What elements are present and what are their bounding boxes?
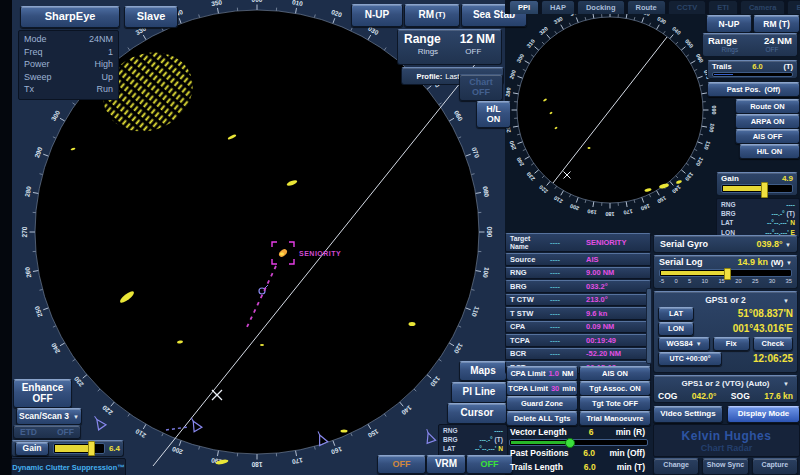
tab-camera[interactable]: Camera bbox=[740, 0, 786, 14]
display-mode-button[interactable]: Display Mode bbox=[727, 406, 800, 423]
enhance-button[interactable]: EnhanceOFF bbox=[13, 379, 72, 408]
ais-on-button[interactable]: AIS ON bbox=[579, 366, 651, 381]
heading-line-toggle-button[interactable]: H/LON bbox=[476, 101, 511, 128]
bearing-label: 140 bbox=[400, 404, 413, 417]
tab-ess[interactable]: ESS bbox=[787, 0, 800, 14]
vtg-panel: GPS1 or 2 (VTG) (Auto) COG 042.0° SOG 17… bbox=[653, 375, 798, 403]
tab-cctv[interactable]: CCTV bbox=[668, 0, 706, 14]
etd-button[interactable]: ETDOFF bbox=[13, 425, 81, 439]
vector-length-row: Vector Length 6 min (R) bbox=[506, 426, 649, 438]
slave-button[interactable]: Slave bbox=[124, 6, 178, 28]
utc-offset-button[interactable]: UTC +00:00° bbox=[658, 352, 722, 366]
bearing-label: 290 bbox=[33, 146, 43, 159]
chart-radar-screen: 0000100200300400500600700800901001101201… bbox=[0, 0, 800, 475]
log-speed-slider[interactable] bbox=[659, 269, 792, 277]
bearing-label: 230 bbox=[525, 171, 536, 182]
north-up-button[interactable]: N-UP bbox=[351, 4, 403, 27]
fix-button[interactable]: Fix bbox=[713, 337, 750, 351]
arpa-toggle-button[interactable]: ARPA ON bbox=[735, 114, 800, 129]
past-positions-row[interactable]: Past Positions 6.0 min (Off) bbox=[506, 447, 649, 459]
bearing-label: 170 bbox=[291, 457, 303, 466]
cpa-limit-button[interactable]: CPA Limit1.0NM bbox=[506, 366, 578, 381]
dropdown-arrow-icon[interactable] bbox=[786, 257, 792, 267]
small-gain-panel: Gain4.9 bbox=[716, 172, 798, 196]
change-button[interactable]: Change bbox=[653, 458, 699, 475]
capture-button[interactable]: Capture bbox=[752, 458, 798, 475]
vrm1-state-button[interactable]: OFF bbox=[377, 455, 426, 474]
dropdown-arrow-icon[interactable] bbox=[783, 295, 789, 305]
small-cursor-readout: RNG---- BRG---.-° (T) LAT--°--.---' N LO… bbox=[716, 198, 800, 238]
bearing-label: 070 bbox=[471, 146, 481, 159]
relative-motion-button[interactable]: RM(T) bbox=[404, 4, 460, 27]
bearing-label: 240 bbox=[49, 342, 61, 355]
ais-toggle-button[interactable]: AIS OFF bbox=[735, 129, 800, 144]
bearing-label: 110 bbox=[703, 140, 712, 150]
guard-zone-button[interactable]: Guard Zone bbox=[506, 396, 578, 411]
dropdown-arrow-icon[interactable] bbox=[785, 239, 791, 249]
chart-toggle-button[interactable]: ChartOFF bbox=[459, 74, 503, 101]
lon-button[interactable]: LON bbox=[658, 322, 694, 336]
tab-route[interactable]: Route bbox=[627, 0, 666, 14]
check-button[interactable]: Check bbox=[753, 337, 793, 351]
bearing-label: 320 bbox=[538, 25, 549, 36]
dropdown-arrow-icon[interactable] bbox=[783, 379, 789, 388]
target-row: CPA----0.09 NM bbox=[505, 321, 651, 334]
dropdown-arrow-icon bbox=[696, 340, 702, 348]
gain-button[interactable]: Gain bbox=[15, 442, 49, 456]
small-gain-slider[interactable] bbox=[721, 184, 793, 193]
gps-source-header[interactable]: GPS1 or 2 bbox=[658, 293, 793, 306]
trails-panel[interactable]: Trails 6.0 (T) bbox=[707, 60, 798, 79]
bearing-label: 090 bbox=[486, 227, 493, 238]
bearing-label: 180 bbox=[605, 211, 614, 217]
video-settings-button[interactable]: Video Settings bbox=[653, 406, 723, 423]
small-north-up-button[interactable]: N-UP bbox=[706, 15, 752, 33]
vrm-button[interactable]: VRM bbox=[426, 455, 466, 474]
bearing-label: 020 bbox=[640, 14, 651, 17]
serial-log-panel[interactable]: Serial Log 14.9 kn (W) -505101520253035 bbox=[653, 255, 798, 289]
radar-echo bbox=[588, 147, 591, 149]
tab-eti[interactable]: ETI bbox=[708, 0, 738, 14]
scan-mode-dropdown[interactable]: Scan/Scan 3 bbox=[16, 408, 82, 425]
tgt-tote-button[interactable]: Tgt Tote OFF bbox=[579, 396, 651, 411]
past-pos-button[interactable]: Past Pos.(Off) bbox=[707, 82, 800, 97]
range-panel[interactable]: Range 12 NM Rings OFF bbox=[397, 29, 502, 65]
selected-target-label: SENIORITY bbox=[299, 250, 341, 257]
route-toggle-button[interactable]: Route ON bbox=[735, 99, 800, 114]
datum-button[interactable]: WGS84 bbox=[658, 337, 710, 351]
gps-panel: GPS1 or 2 LAT 51°08.837'N LON 001°43.016… bbox=[653, 291, 798, 373]
tab-ppi[interactable]: PPI bbox=[509, 0, 539, 14]
tab-docking[interactable]: Docking bbox=[577, 0, 625, 14]
bearing-label: 300 bbox=[515, 53, 525, 64]
bearing-label: 300 bbox=[50, 109, 62, 122]
cursor-button[interactable]: Cursor bbox=[447, 403, 507, 424]
target-row: RNG----9.00 NM bbox=[505, 267, 651, 280]
trial-manoeuvre-button[interactable]: Trial Manoeuvre bbox=[579, 411, 651, 426]
dcs-label: Dynamic Clutter Suppression™ bbox=[12, 463, 125, 472]
bearing-label: 180 bbox=[251, 461, 262, 468]
vtg-source-header[interactable]: GPS1 or 2 (VTG) (Auto) bbox=[658, 377, 793, 389]
bearing-label: 230 bbox=[72, 375, 85, 388]
lat-button[interactable]: LAT bbox=[658, 307, 694, 321]
radar-echo bbox=[260, 344, 264, 346]
show-sync-button[interactable]: Show Sync bbox=[702, 458, 748, 475]
serial-gyro-panel[interactable]: Serial Gyro 039.8° bbox=[653, 235, 798, 253]
small-hl-toggle-button[interactable]: H/L ON bbox=[739, 144, 800, 159]
pi-line-button[interactable]: PI Line bbox=[451, 382, 507, 403]
bearing-label: 210 bbox=[134, 428, 147, 440]
trails-slider[interactable] bbox=[712, 72, 793, 77]
tgt-assoc-button[interactable]: Tgt Assoc. ON bbox=[579, 381, 651, 396]
small-range-panel[interactable]: Range24 NM RingsOFF bbox=[702, 33, 798, 57]
delete-all-targets-button[interactable]: Delete ALL Tgts bbox=[506, 411, 578, 426]
main-gain-slider[interactable] bbox=[53, 443, 105, 454]
maps-button[interactable]: Maps bbox=[459, 361, 507, 381]
tab-hap[interactable]: HAP bbox=[541, 0, 575, 14]
sharpeye-button[interactable]: SharpEye bbox=[20, 6, 120, 28]
target-list-scrollbar[interactable] bbox=[646, 288, 652, 364]
tcpa-limit-button[interactable]: TCPA Limit30min bbox=[506, 381, 578, 396]
dropdown-arrow-icon bbox=[73, 412, 79, 421]
bearing-label: 110 bbox=[471, 305, 481, 318]
small-relative-motion-button[interactable]: RM (T) bbox=[753, 15, 800, 33]
dcs-label-bar: Dynamic Clutter Suppression™ bbox=[11, 458, 126, 475]
trails-length-row[interactable]: Trails Length 6.0 min (T) bbox=[506, 461, 649, 473]
vector-length-slider[interactable] bbox=[509, 439, 648, 446]
